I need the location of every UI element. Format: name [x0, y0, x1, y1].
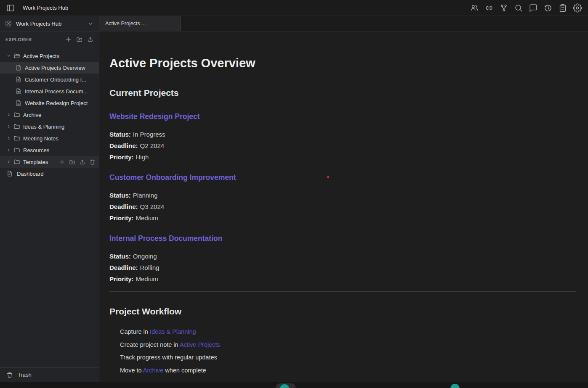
tree-item-label: Dashboard: [17, 171, 44, 177]
deadline-label: Deadline:: [109, 203, 138, 210]
sidebar-item-internal-process[interactable]: Internal Process Docum...: [0, 85, 99, 97]
trash-icon[interactable]: [89, 159, 96, 165]
graph-icon[interactable]: [499, 3, 508, 13]
link-active-projects[interactable]: Active Projects: [180, 341, 220, 348]
link-icon[interactable]: [484, 3, 494, 13]
project-link-internal-process[interactable]: Internal Process Documentation: [109, 234, 576, 243]
priority-label: Priority:: [109, 153, 134, 161]
priority-line: Priority:Medium: [109, 212, 576, 224]
link-archive[interactable]: Archive: [143, 367, 163, 374]
tree-item-label: Meeting Notes: [23, 135, 59, 142]
priority-line: Priority:Medium: [109, 273, 576, 285]
page-icon: [15, 100, 22, 106]
status-line: Status:In Progress: [109, 129, 576, 140]
tree-item-label: Archive: [23, 112, 41, 118]
page-icon: [6, 170, 13, 177]
sidebar-item-trash[interactable]: Trash: [0, 367, 99, 382]
sidebar-item-active-projects-overview[interactable]: Active Projects Overview: [0, 62, 99, 74]
sidebar-item-active-projects-folder[interactable]: Active Projects: [0, 50, 99, 62]
folder-icon: [13, 135, 20, 142]
workflow-text: Move to: [120, 367, 143, 374]
tabbar: Active Projects ...: [99, 16, 588, 32]
folder-icon: [13, 123, 20, 130]
sidebar-item-website-redesign[interactable]: Website Redesign Project: [0, 97, 99, 109]
sidebar-item-customer-onboarding[interactable]: Customer Onboarding I...: [0, 74, 99, 85]
status-label: Status:: [109, 253, 131, 260]
members-icon[interactable]: [470, 3, 479, 13]
page-title: Active Projects Overview: [109, 56, 576, 70]
deadline-label: Deadline:: [109, 142, 138, 149]
comment-icon[interactable]: [529, 3, 538, 13]
sidebar-item-ideas-planning-folder[interactable]: Ideas & Planning: [0, 121, 99, 132]
chevron-right-icon[interactable]: [6, 148, 11, 153]
deadline-line: Deadline:Q3 2024: [109, 201, 576, 212]
history-icon[interactable]: [543, 3, 553, 13]
tab-label: Active Projects ...: [105, 21, 146, 26]
priority-line: Priority:High: [109, 151, 576, 163]
workspace-avatar-icon: [5, 20, 12, 27]
folder-icon: [13, 111, 20, 118]
explorer-actions: [65, 36, 93, 42]
workspace-name: Work Projects Hub: [16, 21, 61, 27]
sidebar-item-templates-folder[interactable]: Templates: [0, 156, 99, 168]
tree-item-label: Active Projects: [23, 53, 59, 59]
project-block: Internal Process Documentation Status:On…: [109, 234, 576, 285]
priority-value: Medium: [136, 214, 158, 222]
plus-icon[interactable]: [59, 159, 65, 165]
tree-item-label: Ideas & Planning: [23, 124, 64, 130]
main-panel: Active Projects ... Active Projects Over…: [99, 16, 588, 382]
workflow-text: Track progress with regular updates: [120, 354, 217, 361]
search-icon[interactable]: [514, 3, 523, 13]
tab-active-projects-overview[interactable]: Active Projects ...: [99, 16, 181, 31]
plus-icon[interactable]: [65, 36, 72, 42]
chevron-right-icon[interactable]: [6, 136, 11, 141]
new-folder-icon[interactable]: [76, 36, 82, 42]
folder-icon: [13, 147, 20, 153]
explorer-header: EXPLORER: [0, 32, 99, 47]
project-block: Customer Onboarding Improvement Status:P…: [109, 173, 576, 224]
import-icon[interactable]: [87, 36, 93, 42]
chevron-right-icon[interactable]: [6, 124, 11, 129]
trash-label: Trash: [18, 372, 32, 378]
sidebar-item-dashboard[interactable]: Dashboard: [0, 168, 99, 179]
app-body: Work Projects Hub EXPLORER: [0, 16, 588, 382]
sidebar-item-archive-folder[interactable]: Archive: [0, 109, 99, 121]
sidebar-spacer: [0, 179, 99, 367]
clipboard-icon[interactable]: [558, 3, 567, 13]
window-title: Work Projects Hub: [23, 5, 68, 11]
tree-item-label: Website Redesign Project: [25, 100, 88, 106]
deadline-line: Deadline:Q2 2024: [109, 140, 576, 151]
sidebar: Work Projects Hub EXPLORER: [0, 16, 99, 382]
tree-item-label: Customer Onboarding I...: [25, 77, 86, 83]
sidebar-item-meeting-notes-folder[interactable]: Meeting Notes: [0, 132, 99, 144]
workflow-item: Track progress with regular updates: [109, 351, 576, 364]
chevron-right-icon[interactable]: [6, 159, 11, 164]
import-icon[interactable]: [79, 159, 85, 165]
deadline-value: Q2 2024: [140, 142, 165, 149]
priority-label: Priority:: [109, 214, 134, 222]
chevron-down-icon[interactable]: [6, 53, 11, 58]
sidebar-toggle-icon[interactable]: [6, 3, 15, 13]
sidebar-item-resources-folder[interactable]: Resources: [0, 144, 99, 156]
bottom-strip: [0, 382, 588, 388]
workflow-text: when complete: [163, 367, 206, 374]
folder-open-icon: [13, 53, 20, 59]
deadline-label: Deadline:: [109, 264, 138, 271]
priority-value: Medium: [136, 275, 158, 282]
project-link-customer-onboarding[interactable]: Customer Onboarding Improvement: [109, 173, 576, 182]
project-link-website-redesign[interactable]: Website Redesign Project: [109, 112, 576, 121]
status-label: Status:: [109, 192, 131, 199]
page-icon: [15, 76, 22, 83]
deadline-value: Q3 2024: [140, 203, 165, 210]
new-folder-icon[interactable]: [69, 159, 75, 165]
page-icon: [15, 88, 22, 95]
explorer-tree: Active Projects Active Projects Overview…: [0, 50, 99, 179]
app-window: Work Projects Hub: [0, 0, 588, 388]
chevron-right-icon[interactable]: [6, 112, 11, 117]
deadline-value: Rolling: [140, 264, 160, 271]
workspace-selector[interactable]: Work Projects Hub: [0, 16, 99, 32]
topbar-actions: [470, 3, 582, 13]
editor-content[interactable]: Active Projects Overview Current Project…: [99, 32, 588, 382]
link-ideas-planning[interactable]: Ideas & Planning: [150, 328, 196, 335]
settings-icon[interactable]: [573, 3, 582, 13]
